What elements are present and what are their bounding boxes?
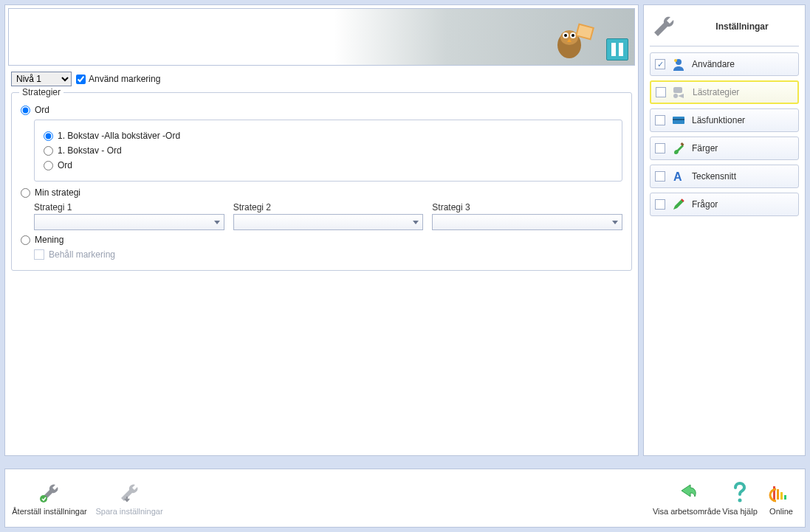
nav-lasfunktioner[interactable]: Läsfunktioner [650, 108, 799, 132]
nav-fragor[interactable]: Frågor [650, 193, 799, 216]
radio-ord-opt-2[interactable]: 1. Bokstav - Ord [44, 145, 613, 156]
strategi2-combo[interactable] [233, 214, 424, 230]
show-workspace-button[interactable]: Visa arbetsområde [656, 472, 718, 524]
nav-lasfunktioner-checkbox[interactable] [655, 115, 665, 125]
svg-point-17 [40, 495, 47, 502]
nav-farger-checkbox[interactable] [655, 143, 665, 153]
svg-point-4 [564, 34, 567, 37]
svg-point-18 [738, 499, 742, 502]
svg-rect-21 [780, 492, 783, 500]
strategy-icon [672, 85, 687, 100]
nav-teckensnitt-checkbox[interactable] [655, 171, 665, 182]
strategi1-label: Strategi 1 [34, 202, 224, 213]
online-icon [769, 480, 794, 505]
owl-icon [547, 12, 599, 63]
wrench-reset-icon [37, 480, 62, 505]
strategier-legend: Strategier [19, 87, 64, 97]
use-marking-label: Använd markering [89, 74, 160, 84]
svg-point-5 [572, 34, 574, 37]
svg-rect-15 [681, 142, 684, 146]
strategi2-label: Strategi 2 [233, 202, 424, 213]
nav-fragor-checkbox[interactable] [655, 199, 665, 210]
reset-settings-button[interactable]: Återställ inställningar [10, 472, 89, 524]
svg-rect-11 [673, 87, 682, 93]
strategi3-label: Strategi 3 [432, 202, 622, 213]
pause-button[interactable] [606, 38, 628, 61]
svg-text:A: A [673, 170, 682, 183]
strategi3-combo[interactable] [432, 214, 622, 230]
svg-point-10 [674, 59, 677, 62]
header-banner [8, 8, 635, 66]
use-marking-checkbox[interactable]: Använd markering [76, 74, 160, 84]
pen-icon [671, 197, 686, 212]
ord-options-box: 1. Bokstav -Alla bokstäver -Ord 1. Bokst… [34, 120, 622, 182]
save-settings-button[interactable]: Spara inställningar [89, 472, 169, 524]
user-icon [671, 57, 686, 72]
strategi1-combo[interactable] [34, 214, 224, 230]
settings-title: Inställningar [685, 21, 799, 32]
svg-rect-22 [784, 495, 786, 500]
show-help-button[interactable]: Visa hjälp [718, 472, 762, 524]
wrench-icon [650, 13, 678, 41]
radio-mening[interactable]: Mening [21, 235, 622, 245]
settings-nav-panel: Inställningar Användare Lästrategier Läs… [643, 4, 806, 456]
level-select[interactable]: Nivå 1 [11, 72, 72, 86]
nav-anvandare-checkbox[interactable] [655, 59, 665, 69]
svg-point-1 [560, 30, 578, 45]
radio-ord[interactable]: Ord [21, 105, 622, 115]
strategier-fieldset: Strategier Ord 1. Bokstav -Alla bokstäve… [11, 92, 632, 271]
font-icon: A [671, 169, 686, 184]
svg-rect-20 [777, 489, 779, 500]
svg-point-12 [673, 94, 678, 98]
bottom-toolbar: Återställ inställningar Spara inställnin… [4, 469, 806, 528]
main-settings-panel: Nivå 1 Använd markering Strategier Ord 1… [4, 4, 639, 456]
radio-ord-opt-1[interactable]: 1. Bokstav -Alla bokstäver -Ord [44, 131, 613, 141]
brush-icon [671, 141, 686, 156]
arrow-back-icon [674, 480, 699, 505]
nav-anvandare[interactable]: Användare [650, 52, 799, 76]
svg-rect-14 [673, 119, 684, 120]
behall-markering-checkbox[interactable]: Behåll markering [34, 249, 622, 260]
online-button[interactable]: Online [762, 472, 800, 524]
help-icon [727, 480, 752, 505]
nav-lastrategier[interactable]: Lästrategier [650, 80, 799, 104]
radio-min-strategi[interactable]: Min strategi [21, 187, 622, 198]
card-icon [671, 113, 686, 128]
nav-teckensnitt[interactable]: A Teckensnitt [650, 165, 799, 188]
radio-ord-opt-3[interactable]: Ord [44, 160, 613, 170]
nav-lastrategier-checkbox[interactable] [656, 87, 666, 97]
nav-farger[interactable]: Färger [650, 137, 799, 160]
wrench-save-icon [117, 480, 142, 505]
